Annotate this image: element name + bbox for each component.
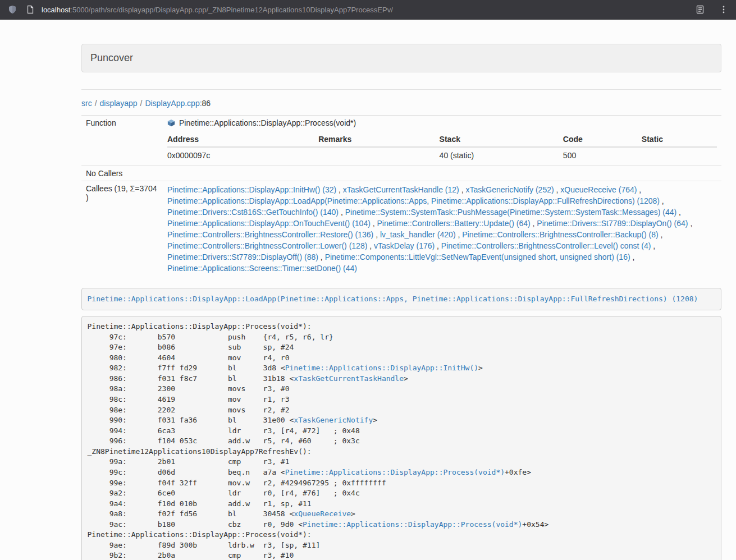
disasm-symbol-link[interactable]: Pinetime::Applications::DisplayApp::Init… <box>285 364 478 372</box>
stats-value-code: 500 <box>563 147 642 163</box>
no-callers-row: No Callers <box>81 166 721 181</box>
stats-value-remarks <box>318 147 439 163</box>
page-info-icon[interactable] <box>26 5 35 14</box>
kebab-menu-icon[interactable] <box>719 5 728 14</box>
callees-list: Pinetime::Applications::DisplayApp::Init… <box>163 181 721 277</box>
function-detail-table: Function Pinetime::Applications::Display… <box>81 115 721 277</box>
callee-link[interactable]: Pinetime::Applications::DisplayApp::Init… <box>167 185 336 194</box>
callee-link[interactable]: Pinetime::Applications::Screens::Timer::… <box>167 264 357 273</box>
callee-separator: , <box>630 253 635 261</box>
tracking-protection-shield-icon[interactable] <box>8 5 17 14</box>
breadcrumb-link-displayapp[interactable]: displayapp <box>100 99 138 108</box>
stats-header-remarks: Remarks <box>318 132 439 147</box>
callee-separator: , <box>531 219 537 228</box>
navbar: Puncover <box>81 44 721 72</box>
callee-separator: , <box>660 196 664 205</box>
function-stats-table: Address Remarks Stack Code Static 0x0000… <box>167 132 717 163</box>
callee-separator: , <box>371 219 377 228</box>
callee-separator: , <box>688 219 693 228</box>
callee-separator: , <box>367 241 374 250</box>
breadcrumb-link-file[interactable]: DisplayApp.cpp: <box>145 99 202 108</box>
function-name: Pinetime::Applications::DisplayApp::Proc… <box>179 118 356 127</box>
callee-link[interactable]: Pinetime::Controllers::BrightnessControl… <box>462 230 658 239</box>
callee-separator: , <box>676 208 681 217</box>
callee-separator: , <box>459 185 466 194</box>
stats-header-code: Code <box>563 132 642 147</box>
url-path: :5000/path/src/displayapp/DisplayApp.cpp… <box>70 6 393 14</box>
callee-separator: , <box>659 230 663 239</box>
callee-separator: , <box>336 185 343 194</box>
no-callers-content <box>163 166 721 181</box>
callee-separator: , <box>554 185 561 194</box>
breadcrumb: src/displayapp/DisplayApp.cpp:86 <box>81 99 721 108</box>
callee-link[interactable]: Pinetime::Applications::DisplayApp::Load… <box>167 196 660 205</box>
callee-link[interactable]: Pinetime::Controllers::Battery::Update()… <box>377 219 531 228</box>
app-brand[interactable]: Puncover <box>90 52 133 64</box>
stats-header-stack: Stack <box>440 132 563 147</box>
callee-link[interactable]: Pinetime::Components::LittleVgl::SetNewT… <box>325 253 630 261</box>
callee-separator: , <box>456 230 463 239</box>
callee-separator: , <box>373 230 380 239</box>
stats-value-row: 0x0000097c 40 (static) 500 <box>167 147 717 163</box>
callee-separator: , <box>339 208 345 217</box>
callees-label: Callees (19, Σ=3704 ) <box>81 181 163 277</box>
callees-row: Callees (19, Σ=3704 ) Pinetime::Applicat… <box>81 181 721 277</box>
browser-chrome: localhost:5000/path/src/displayapp/Displ… <box>0 0 736 20</box>
disasm-symbol-link[interactable]: xTaskGenericNotify <box>294 416 373 424</box>
toolbar-right <box>696 5 728 14</box>
callee-link[interactable]: Pinetime::Applications::DisplayApp::OnTo… <box>167 219 371 228</box>
disasm-symbol-link[interactable]: Pinetime::Applications::DisplayApp::Proc… <box>303 520 522 529</box>
stats-header-address: Address <box>167 132 318 147</box>
callee-link[interactable]: lv_task_handler (420) <box>380 230 456 239</box>
stats-value-static <box>642 147 717 163</box>
function-row-label: Function <box>81 116 163 166</box>
stats-header-static: Static <box>642 132 717 147</box>
disasm-symbol-link[interactable]: xQueueReceive <box>294 509 351 518</box>
callee-separator: , <box>318 253 325 261</box>
breadcrumb-line-number: 86 <box>202 99 211 108</box>
callee-separator: , <box>651 241 655 250</box>
stats-value-address: 0x0000097c <box>167 147 318 163</box>
callee-link[interactable]: xQueueReceive (764) <box>560 185 637 194</box>
no-callers-label: No Callers <box>81 166 163 181</box>
callee-link[interactable]: Pinetime::System::SystemTask::PushMessag… <box>345 208 677 217</box>
snippet-header: Pinetime::Applications::DisplayApp::Load… <box>81 288 721 310</box>
disasm-symbol-link[interactable]: Pinetime::Applications::DisplayApp::Proc… <box>285 468 505 476</box>
callee-separator: , <box>435 241 441 250</box>
callee-link[interactable]: Pinetime::Controllers::BrightnessControl… <box>167 230 373 239</box>
callee-separator: , <box>637 185 641 194</box>
callee-link[interactable]: vTaskDelay (176) <box>374 241 435 250</box>
callee-link[interactable]: xTaskGetCurrentTaskHandle (12) <box>343 185 459 194</box>
page-container: Puncover src/displayapp/DisplayApp.cpp:8… <box>81 20 721 560</box>
breadcrumb-separator: / <box>95 99 97 108</box>
callee-link[interactable]: xTaskGenericNotify (252) <box>465 185 554 194</box>
function-row: Function Pinetime::Applications::Display… <box>81 116 721 166</box>
function-symbol-icon <box>167 119 175 127</box>
callee-link[interactable]: Pinetime::Controllers::BrightnessControl… <box>441 241 651 250</box>
reader-mode-icon[interactable] <box>696 5 705 14</box>
callee-link[interactable]: Pinetime::Drivers::St7789::DisplayOn() (… <box>537 219 688 228</box>
breadcrumb-link-src[interactable]: src <box>81 99 92 108</box>
callee-link[interactable]: Pinetime::Drivers::Cst816S::GetTouchInfo… <box>167 208 339 217</box>
disassembly: Pinetime::Applications::DisplayApp::Proc… <box>81 316 721 560</box>
callee-link[interactable]: Pinetime::Controllers::BrightnessControl… <box>167 241 367 250</box>
stats-value-stack: 40 (static) <box>440 147 563 163</box>
url-host: localhost <box>42 6 70 14</box>
url-bar[interactable]: localhost:5000/path/src/displayapp/Displ… <box>42 6 393 14</box>
breadcrumb-separator: / <box>140 99 143 108</box>
snippet-function-link[interactable]: Pinetime::Applications::DisplayApp::Load… <box>88 295 698 303</box>
function-row-content: Pinetime::Applications::DisplayApp::Proc… <box>163 116 721 166</box>
stats-header-row: Address Remarks Stack Code Static <box>167 132 717 147</box>
disasm-symbol-link[interactable]: xTaskGetCurrentTaskHandle <box>294 374 404 383</box>
callee-link[interactable]: Pinetime::Drivers::St7789::DisplayOff() … <box>167 253 318 261</box>
divider <box>81 89 721 90</box>
function-name-line: Pinetime::Applications::DisplayApp::Proc… <box>167 118 717 127</box>
